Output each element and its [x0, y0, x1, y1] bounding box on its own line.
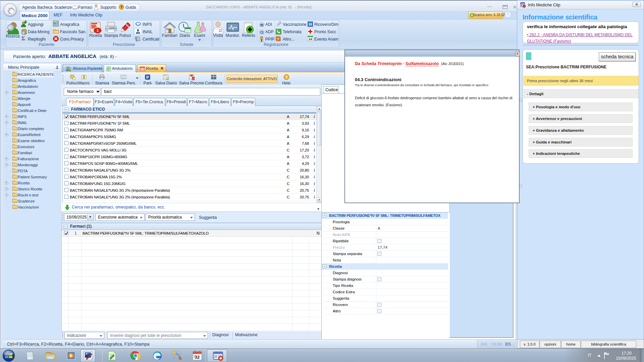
svg-text:1: 1 [97, 28, 99, 33]
svg-text:?: ? [277, 37, 279, 41]
svg-text:Z: Z [83, 75, 85, 79]
svg-text:?: ? [120, 5, 123, 9]
svg-text:H: H [309, 22, 312, 27]
svg-text:P: P [146, 75, 149, 80]
svg-text:14: 14 [309, 38, 312, 41]
svg-text:P: P [261, 31, 263, 34]
svg-text:?: ? [285, 75, 287, 80]
svg-text:✓: ✓ [192, 77, 195, 80]
svg-text:i: i [261, 24, 262, 27]
